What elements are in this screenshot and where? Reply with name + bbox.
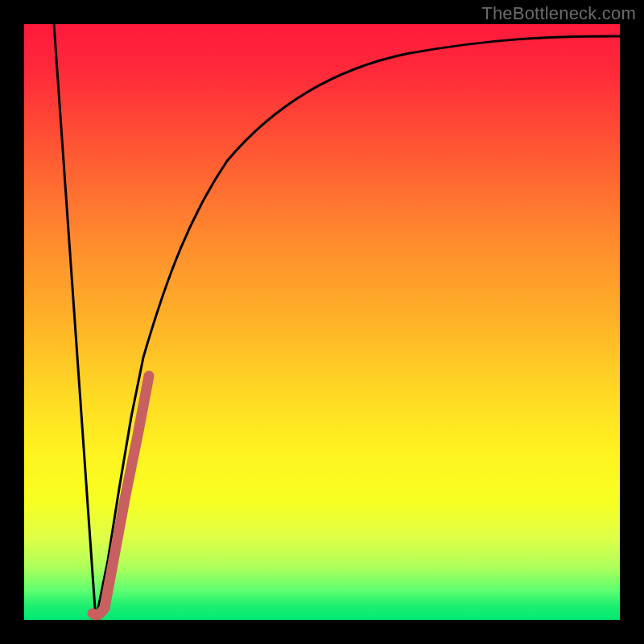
curve-left-branch [54,24,96,620]
watermark-text: TheBottleneck.com [481,3,636,24]
highlight-hook-icon [105,376,149,608]
curve-layer [24,24,620,620]
highlight-hook-foot-icon [93,608,105,615]
plot-area [24,24,620,620]
curve-right-branch [96,36,620,620]
chart-frame: TheBottleneck.com [0,0,644,644]
